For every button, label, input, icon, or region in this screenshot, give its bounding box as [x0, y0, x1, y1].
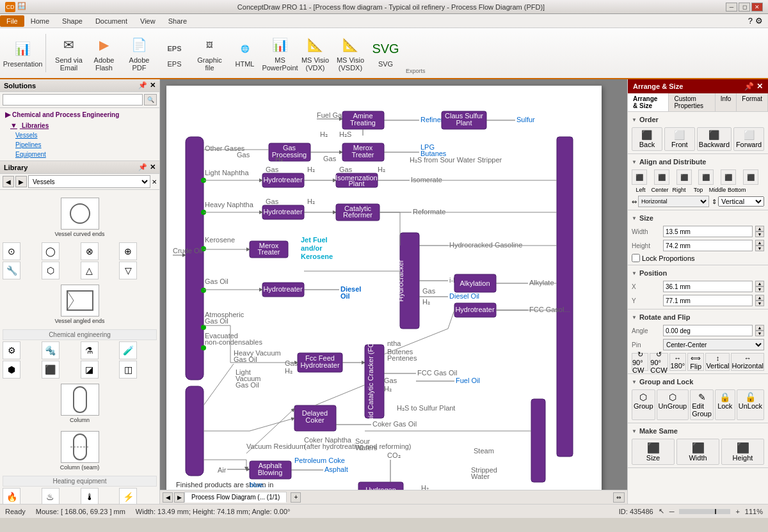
order-backward-button[interactable]: ⬛ Backward — [697, 127, 732, 151]
lock-button[interactable]: 🔒 Lock — [715, 389, 735, 420]
pfd-diagram[interactable]: Finished products are shown in blue. Sou… — [166, 86, 602, 490]
menu-shape[interactable]: Shape — [56, 15, 89, 27]
lib-section-chemical[interactable]: Chemical engineering — [3, 329, 157, 340]
group-button[interactable]: ⬡ Group — [632, 389, 655, 420]
width-down[interactable]: ▼ — [755, 231, 764, 237]
menu-document[interactable]: Document — [89, 15, 134, 27]
width-input[interactable]: 13.5 mm — [663, 226, 753, 237]
group-lock-header[interactable]: Group and Lock — [632, 377, 764, 387]
library-nav-close[interactable]: ✕ — [152, 178, 157, 185]
shape-cell-4[interactable]: ⊕ — [119, 242, 137, 260]
canvas-nav-left[interactable]: ◀ — [163, 492, 173, 503]
position-header[interactable]: Position — [632, 268, 764, 278]
align-middle-button[interactable]: ⬛ — [721, 169, 736, 185]
vertical-dropdown[interactable]: Vertical Horizontal — [718, 196, 764, 207]
adobe-flash-button[interactable]: ▶ AdobeFlash — [86, 31, 122, 75]
library-back-button[interactable]: ◀ — [3, 176, 14, 187]
tab-info[interactable]: Info — [716, 93, 737, 111]
graphic-file-button[interactable]: 🖼 Graphicfile — [192, 31, 227, 75]
shape-cell-3[interactable]: ⊗ — [81, 242, 99, 260]
make-same-height-button[interactable]: ⬛ Height — [721, 439, 764, 465]
angle-up[interactable]: ▲ — [755, 325, 764, 331]
canvas-page[interactable]: Finished products are shown in blue. Sou… — [166, 86, 602, 490]
library-forward-button[interactable]: ▶ — [15, 176, 27, 187]
status-zoom-out[interactable]: ─ — [669, 508, 675, 515]
library-pin-icon[interactable]: 📌 — [138, 163, 147, 171]
angle-input[interactable]: 0.00 deg — [663, 325, 753, 336]
height-up[interactable]: ▲ — [755, 240, 764, 246]
align-bottom-button[interactable]: ⬛ — [743, 169, 758, 185]
minimize-button[interactable]: ─ — [726, 3, 737, 12]
shape-cell-11[interactable]: ⚗ — [81, 341, 99, 359]
svg-button[interactable]: SVG SVG — [368, 31, 403, 75]
canvas-wrap[interactable]: Finished products are shown in blue. Sou… — [160, 79, 627, 490]
tab-arrange-size[interactable]: Arrange & Size — [628, 93, 669, 111]
shape-cell-6[interactable]: ⬡ — [42, 262, 60, 279]
size-header[interactable]: Size — [632, 213, 764, 223]
rotate-90cw-button[interactable]: ↻ 90° CW — [632, 353, 648, 371]
shape-cell-12[interactable]: 🧪 — [119, 341, 137, 359]
order-header[interactable]: Order — [632, 114, 764, 125]
align-header[interactable]: Align and Distribute — [632, 157, 764, 167]
y-down[interactable]: ▼ — [755, 301, 764, 306]
x-input[interactable]: 36.1 mm — [663, 281, 753, 292]
shape-cell-5[interactable]: 🔧 — [3, 262, 20, 279]
pin-icon[interactable]: 📌 — [138, 81, 147, 90]
align-center-button[interactable]: ⬛ — [654, 169, 669, 185]
order-front-button[interactable]: ⬜ Front — [664, 127, 695, 151]
ms-powerpoint-button[interactable]: 📊 MSPowerPoint — [262, 31, 298, 75]
canvas-add-tab[interactable]: + — [291, 492, 301, 503]
menu-file[interactable]: File — [0, 15, 24, 27]
solutions-search-input[interactable] — [3, 94, 143, 106]
tab-format[interactable]: Format — [737, 93, 768, 111]
angle-down[interactable]: ▼ — [755, 331, 764, 336]
solution-pipelines[interactable]: Pipelines — [0, 140, 159, 150]
library-dropdown[interactable]: Vessels Pipelines Equipment — [28, 175, 150, 188]
menu-share[interactable]: Share — [162, 15, 193, 27]
lib-section-heating[interactable]: Heating equipment — [3, 476, 157, 487]
arrange-close-icon[interactable]: ✕ — [756, 82, 763, 91]
flip-vertical-button[interactable]: ↕ Vertical — [705, 353, 730, 371]
eps-button[interactable]: EPS EPS — [157, 31, 192, 75]
shape-cell-10[interactable]: 🔩 — [42, 341, 60, 359]
y-up[interactable]: ▲ — [755, 295, 764, 301]
solution-equipment[interactable]: Equipment — [0, 150, 159, 159]
send-email-button[interactable]: ✉ Send viaEmail — [51, 31, 86, 75]
ms-visio-vsdx-button[interactable]: 📐 MS Visio(VSDX) — [333, 31, 368, 75]
close-button[interactable]: ✕ — [751, 3, 763, 12]
status-zoom-in[interactable]: + — [735, 508, 739, 515]
solution-libraries[interactable]: ▼ Libraries — [0, 120, 159, 130]
shape-cell-20[interactable]: ⚡ — [119, 488, 137, 504]
menu-view[interactable]: View — [134, 15, 162, 27]
library-close-icon[interactable]: ✕ — [150, 163, 156, 171]
shape-cell-7[interactable]: △ — [81, 262, 99, 279]
flip-button[interactable]: ⟺ Flip — [687, 353, 704, 371]
make-same-size-button[interactable]: ⬛ Size — [632, 439, 675, 465]
menu-home[interactable]: Home — [24, 15, 56, 27]
shape-cell-16[interactable]: ◫ — [119, 361, 137, 379]
shape-cell-17[interactable]: 🔥 — [3, 488, 20, 504]
restore-button[interactable]: ◻ — [739, 3, 750, 12]
solution-chemical-process[interactable]: ▶ Chemical and Process Engineering — [0, 109, 159, 120]
shape-cell-2[interactable]: ◯ — [42, 242, 60, 260]
shape-cell-8[interactable]: ▽ — [119, 262, 137, 279]
adobe-pdf-button[interactable]: 📄 AdobePDF — [122, 31, 157, 75]
make-same-width-button[interactable]: ⬛ Width — [676, 439, 719, 465]
lib-column-seam[interactable]: Column (seam) — [19, 428, 141, 473]
pin-select[interactable]: Center-Center Top-Left Top-Right Bottom-… — [663, 339, 764, 350]
horizontal-dropdown[interactable]: Horizontal Vertical — [638, 196, 709, 207]
unlock-button[interactable]: 🔓 UnLock — [737, 389, 764, 420]
shape-cell-14[interactable]: ⬛ — [42, 361, 60, 379]
rotate-90ccw-button[interactable]: ↺ 90° CCW — [650, 353, 668, 371]
canvas-nav-right[interactable]: ▶ — [174, 492, 184, 503]
tab-custom-props[interactable]: Custom Properties — [669, 93, 715, 111]
shape-cell-19[interactable]: 🌡 — [81, 488, 99, 504]
solution-vessels[interactable]: Vessels — [0, 130, 159, 140]
shape-cell-13[interactable]: ⬢ — [3, 361, 20, 379]
canvas-tab-1[interactable]: Process Flow Diagram (... (1/1) — [184, 492, 287, 503]
solutions-search-button[interactable]: 🔍 — [144, 94, 157, 106]
canvas-fit-button[interactable]: ⇔ — [613, 492, 625, 503]
solutions-close-icon[interactable]: ✕ — [150, 81, 156, 90]
shape-cell-1[interactable]: ⊙ — [3, 242, 20, 260]
align-left-button[interactable]: ⬛ — [632, 169, 647, 185]
